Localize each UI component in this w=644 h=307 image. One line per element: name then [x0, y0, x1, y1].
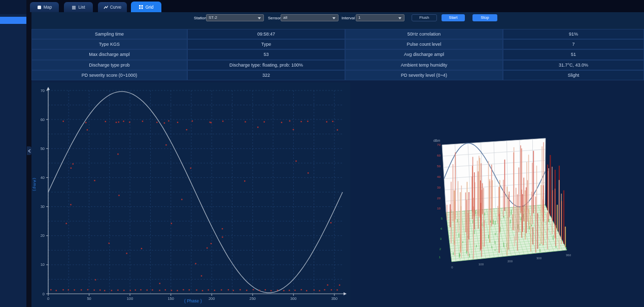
- svg-text:20: 20: [0, 248, 442, 251]
- svg-text:40: 40: [437, 175, 440, 178]
- svg-text:30: 30: [437, 186, 440, 189]
- svg-text:30: 30: [0, 237, 442, 240]
- svg-text:360: 360: [566, 254, 571, 257]
- svg-text:100: 100: [479, 263, 484, 266]
- svg-text:40: 40: [0, 227, 443, 230]
- svg-text:20: 20: [437, 197, 440, 200]
- svg-text:60: 60: [437, 154, 440, 157]
- svg-text:50: 50: [0, 217, 443, 220]
- svg-text:70: 70: [437, 143, 440, 146]
- svg-text:50: 50: [437, 165, 440, 168]
- svg-text:0: 0: [451, 266, 453, 269]
- svg-text:10: 10: [437, 207, 440, 210]
- svg-text:10: 10: [0, 256, 441, 259]
- svg-text:dBm: dBm: [433, 139, 440, 142]
- svg-text:300: 300: [536, 257, 542, 260]
- svg-text:200: 200: [507, 260, 513, 263]
